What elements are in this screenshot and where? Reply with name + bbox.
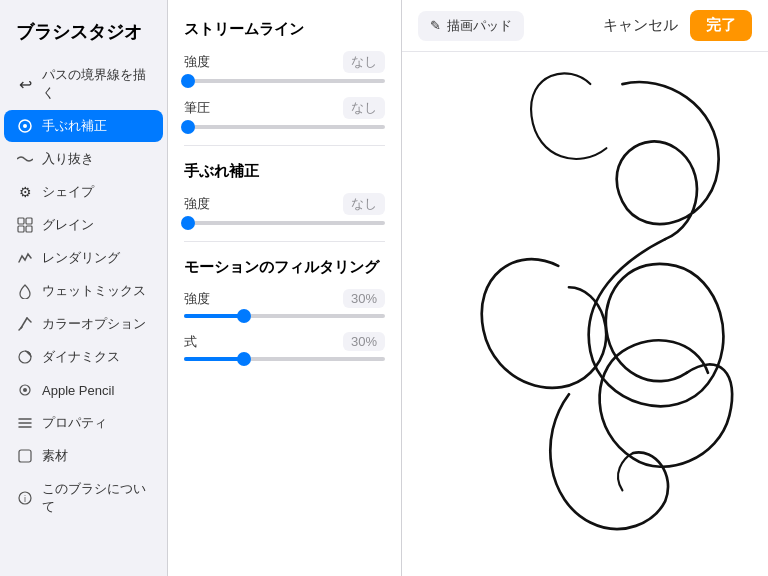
section-stabilization-title: 手ぶれ補正 [184,162,385,181]
drawing-pad-button[interactable]: ✎ 描画パッド [418,11,524,41]
drawing-pad-icon: ✎ [430,18,441,33]
control-strength2: 強度 なし [184,193,385,225]
grain-icon [16,216,34,234]
strength1-slider[interactable] [184,79,385,83]
control-formula: 式 30% [184,332,385,361]
header-actions: キャンセル 完了 [603,10,752,41]
svg-line-8 [19,327,22,330]
svg-point-11 [23,388,27,392]
strength3-label: 強度 [184,290,210,308]
pressure-value: なし [343,97,385,119]
sidebar-item-label: プロパティ [42,414,107,432]
strength2-slider[interactable] [184,221,385,225]
rendering-icon [16,249,34,267]
right-header: ✎ 描画パッド キャンセル 完了 [402,0,768,52]
strength2-value: なし [343,193,385,215]
sidebar-item-label: 入り抜き [42,150,94,168]
svg-text:i: i [24,494,26,504]
sidebar-item-label: 手ぶれ補正 [42,117,107,135]
sidebar-item-color-options[interactable]: カラーオプション [4,308,163,340]
formula-slider[interactable] [184,357,385,361]
formula-value: 30% [343,332,385,351]
control-strength1: 強度 なし [184,51,385,83]
sidebar-item-label: 素材 [42,447,68,465]
cancel-button[interactable]: キャンセル [603,16,678,35]
sidebar-item-shape[interactable]: ⚙ シェイプ [4,176,163,208]
sidebar-item-stroke-path[interactable]: ↩ パスの境界線を描く [4,59,163,109]
strength3-value: 30% [343,289,385,308]
sidebar-item-grain[interactable]: グレイン [4,209,163,241]
sidebar-item-material[interactable]: 素材 [4,440,163,472]
shape-icon: ⚙ [16,183,34,201]
section-motion-title: モーションのフィルタリング [184,258,385,277]
sidebar-item-label: グレイン [42,216,94,234]
sidebar-item-dynamics[interactable]: ダイナミクス [4,341,163,373]
svg-rect-5 [26,226,32,232]
sidebar-item-properties[interactable]: プロパティ [4,407,163,439]
stabilization-icon [16,117,34,135]
sidebar-item-about[interactable]: i このブラシについて [4,473,163,523]
sidebar-item-wet-mix[interactable]: ウェットミックス [4,275,163,307]
sidebar-item-label: カラーオプション [42,315,146,333]
sidebar-item-label: レンダリング [42,249,120,267]
sidebar: ブラシスタジオ ↩ パスの境界線を描く 手ぶれ補正 入り抜き ⚙ シェイプ [0,0,168,576]
sidebar-item-label: このブラシについて [42,480,151,516]
wet-mix-icon [16,282,34,300]
control-pressure: 筆圧 なし [184,97,385,129]
control-strength3: 強度 30% [184,289,385,318]
dynamics-icon [16,348,34,366]
color-options-icon [16,315,34,333]
sidebar-item-label: ダイナミクス [42,348,120,366]
pressure-label: 筆圧 [184,99,210,117]
about-icon: i [16,489,34,507]
svg-point-1 [23,124,27,128]
apple-pencil-icon [16,381,34,399]
strength3-slider[interactable] [184,314,385,318]
app-title: ブラシスタジオ [0,16,167,58]
stroke-path-icon: ↩ [16,75,34,93]
strength1-label: 強度 [184,53,210,71]
svg-rect-3 [26,218,32,224]
sidebar-item-taper[interactable]: 入り抜き [4,143,163,175]
preview-canvas [402,52,768,576]
taper-icon [16,150,34,168]
strength2-label: 強度 [184,195,210,213]
sidebar-item-label: Apple Pencil [42,383,114,398]
section-streamline-title: ストリームライン [184,20,385,39]
formula-label: 式 [184,333,197,351]
drawing-pad-label: 描画パッド [447,17,512,35]
sidebar-item-label: ウェットミックス [42,282,146,300]
svg-rect-15 [19,450,31,462]
middle-panel: ストリームライン 強度 なし 筆圧 なし 手ぶれ補正 強度 なし [168,0,402,576]
svg-line-7 [27,318,31,322]
canvas-area[interactable] [402,52,768,576]
sidebar-item-apple-pencil[interactable]: Apple Pencil [4,374,163,406]
svg-rect-4 [18,226,24,232]
strength1-value: なし [343,51,385,73]
svg-rect-2 [18,218,24,224]
pressure-slider[interactable] [184,125,385,129]
material-icon [16,447,34,465]
divider2 [184,241,385,242]
sidebar-item-label: パスの境界線を描く [42,66,151,102]
divider1 [184,145,385,146]
sidebar-item-stabilization[interactable]: 手ぶれ補正 [4,110,163,142]
properties-icon [16,414,34,432]
sidebar-item-rendering[interactable]: レンダリング [4,242,163,274]
right-panel: ✎ 描画パッド キャンセル 完了 [402,0,768,576]
sidebar-item-label: シェイプ [42,183,94,201]
done-button[interactable]: 完了 [690,10,752,41]
